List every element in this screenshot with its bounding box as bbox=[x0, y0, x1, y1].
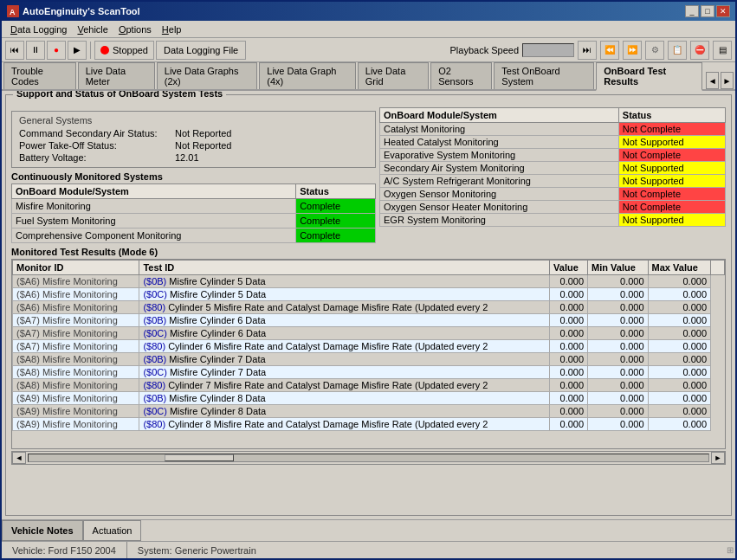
menu-help[interactable]: Help bbox=[157, 23, 187, 36]
monitored-table-wrap[interactable]: Monitor ID Test ID Value Min Value Max V… bbox=[11, 259, 726, 449]
toolbar-icon-4[interactable]: ⚙ bbox=[645, 41, 664, 60]
toolbar-icon-2[interactable]: ⏪ bbox=[600, 41, 619, 60]
toolbar-icon-6[interactable]: ▤ bbox=[713, 41, 732, 60]
hscroll-track[interactable] bbox=[28, 454, 709, 462]
toolbar-play[interactable]: ▶ bbox=[68, 41, 87, 60]
mon-cell-monitor-id: ($A7) Misfire Monitoring bbox=[13, 327, 139, 340]
tab-live-data-graphs-2x[interactable]: Live Data Graphs (2x) bbox=[157, 62, 258, 89]
mon-cell-max: 0.000 bbox=[648, 288, 710, 301]
mon-cell-min: 0.000 bbox=[588, 366, 649, 379]
cont-row-1: Misfire Monitoring Complete bbox=[12, 199, 376, 214]
tab-test-onboard[interactable]: Test OnBoard System bbox=[494, 62, 594, 89]
ob-row-7: Oxygen Sensor Heater Monitoring Not Comp… bbox=[380, 201, 726, 214]
mon-cell-monitor-id: ($A9) Misfire Monitoring bbox=[13, 392, 139, 405]
toolbar-icon-5[interactable]: 📋 bbox=[668, 41, 687, 60]
mon-cell-min: 0.000 bbox=[588, 340, 649, 353]
monitored-row: ($A9) Misfire Monitoring ($80) Cylinder … bbox=[13, 418, 725, 431]
mon-cell-max: 0.000 bbox=[648, 275, 710, 288]
toolbar-icon-1[interactable]: ⏭ bbox=[578, 41, 597, 60]
toolbar-record[interactable]: ● bbox=[47, 41, 66, 60]
maximize-button[interactable]: □ bbox=[701, 5, 714, 17]
monitored-row: ($A7) Misfire Monitoring ($80) Cylinder … bbox=[13, 340, 725, 353]
mon-header-max: Max Value bbox=[648, 261, 710, 275]
ob-row-2: Heated Catalyst Monitoring Not Supported bbox=[380, 136, 726, 149]
mon-cell-monitor-id: ($A6) Misfire Monitoring bbox=[13, 288, 139, 301]
hscroll-left-arrow[interactable]: ◄ bbox=[12, 452, 26, 464]
toolbar-btn-2[interactable]: ⏸ bbox=[26, 41, 45, 60]
monitored-row: ($A9) Misfire Monitoring ($0B) Misfire C… bbox=[13, 392, 725, 405]
mon-cell-value: 0.000 bbox=[550, 405, 588, 418]
tab-trouble-codes[interactable]: Trouble Codes bbox=[3, 62, 76, 89]
ob-row-6: Oxygen Sensor Monitoring Not Complete bbox=[380, 188, 726, 201]
menu-vehicle[interactable]: Vehicle bbox=[72, 23, 113, 36]
field-value-pto: Not Reported bbox=[175, 140, 231, 151]
toolbar-btn-1[interactable]: ⏮ bbox=[5, 41, 24, 60]
toolbar-icon-3[interactable]: ⏩ bbox=[623, 41, 642, 60]
close-button[interactable]: ✕ bbox=[716, 5, 730, 17]
mon-cell-min: 0.000 bbox=[588, 418, 649, 431]
monitored-table: Monitor ID Test ID Value Min Value Max V… bbox=[12, 260, 725, 431]
stop-dot bbox=[100, 46, 109, 55]
toolbar-stop-red[interactable]: ⛔ bbox=[690, 41, 709, 60]
data-logging-file[interactable]: Data Logging File bbox=[156, 41, 246, 60]
playback-slider[interactable] bbox=[522, 43, 574, 57]
tab-onboard-results[interactable]: OnBoard Test Results bbox=[596, 62, 702, 91]
mon-cell-test-id: ($0B) Misfire Cylinder 8 Data bbox=[139, 392, 550, 405]
mon-cell-max: 0.000 bbox=[648, 340, 710, 353]
mon-header-min: Min Value bbox=[588, 261, 649, 275]
ob-module-3: Evaporative System Monitoring bbox=[380, 149, 619, 162]
monitored-row: ($A7) Misfire Monitoring ($0C) Misfire C… bbox=[13, 327, 725, 340]
tab-live-data-grid[interactable]: Live Data Grid bbox=[358, 62, 429, 89]
horizontal-scrollbar[interactable]: ◄ ► bbox=[11, 451, 726, 465]
mon-cell-test-id: ($0C) Misfire Cylinder 8 Data bbox=[139, 405, 550, 418]
ob-row-8: EGR System Monitoring Not Supported bbox=[380, 214, 726, 227]
mon-cell-test-id: ($0C) Misfire Cylinder 6 Data bbox=[139, 327, 550, 340]
tab-arrow-left[interactable]: ◄ bbox=[706, 72, 719, 89]
cont-row-2: Fuel System Monitoring Complete bbox=[12, 214, 376, 229]
tab-o2-sensors[interactable]: O2 Sensors bbox=[430, 62, 492, 89]
mon-cell-monitor-id: ($A6) Misfire Monitoring bbox=[13, 301, 139, 314]
status-tab-actuation[interactable]: Actuation bbox=[83, 520, 142, 541]
monitored-row: ($A8) Misfire Monitoring ($80) Cylinder … bbox=[13, 379, 725, 392]
mon-cell-monitor-id: ($A8) Misfire Monitoring bbox=[13, 379, 139, 392]
menu-bar: Data Logging Vehicle Options Help bbox=[2, 21, 735, 38]
menu-data-logging[interactable]: Data Logging bbox=[5, 23, 72, 36]
ob-status-7: Not Complete bbox=[618, 201, 725, 214]
mon-cell-test-id: ($80) Cylinder 7 Misfire Rate and Cataly… bbox=[139, 379, 550, 392]
mon-cell-test-id: ($80) Cylinder 5 Misfire Rate and Cataly… bbox=[139, 301, 550, 314]
status-tab-vehicle-notes[interactable]: Vehicle Notes bbox=[2, 520, 83, 541]
tab-live-data-meter[interactable]: Live Data Meter bbox=[78, 62, 155, 89]
ob-module-7: Oxygen Sensor Heater Monitoring bbox=[380, 201, 619, 214]
gen-systems-title: General Systems bbox=[19, 115, 368, 126]
ob-module-4: Secondary Air System Monitoring bbox=[380, 162, 619, 175]
ob-status-4: Not Supported bbox=[618, 162, 725, 175]
mon-cell-min: 0.000 bbox=[588, 392, 649, 405]
monitored-row: ($A6) Misfire Monitoring ($0B) Misfire C… bbox=[13, 275, 725, 288]
left-column: General Systems Command Secondary Air St… bbox=[11, 107, 376, 243]
mon-cell-test-id: ($0B) Misfire Cylinder 7 Data bbox=[139, 353, 550, 366]
monitored-row: ($A8) Misfire Monitoring ($0C) Misfire C… bbox=[13, 366, 725, 379]
monitored-row: ($A7) Misfire Monitoring ($0B) Misfire C… bbox=[13, 314, 725, 327]
menu-options[interactable]: Options bbox=[113, 23, 157, 36]
mon-cell-test-id: ($0B) Misfire Cylinder 6 Data bbox=[139, 314, 550, 327]
tab-arrow-right[interactable]: ► bbox=[721, 72, 734, 89]
field-row-pto: Power Take-Off Status: Not Reported bbox=[19, 139, 368, 151]
general-systems-box: General Systems Command Secondary Air St… bbox=[11, 111, 376, 168]
resize-grip[interactable]: ⊞ bbox=[723, 544, 735, 557]
monitored-title: Monitored Test Results (Mode 6) bbox=[11, 247, 726, 257]
playback-area: Playback Speed ⏭ ⏪ ⏩ ⚙ 📋 ⛔ ▤ bbox=[450, 41, 733, 60]
monitored-section: Monitored Test Results (Mode 6) Monitor … bbox=[11, 247, 726, 449]
ob-row-4: Secondary Air System Monitoring Not Supp… bbox=[380, 162, 726, 175]
hscroll-right-arrow[interactable]: ► bbox=[711, 452, 725, 464]
hscroll-thumb[interactable] bbox=[165, 454, 234, 461]
mon-cell-test-id: ($0C) Misfire Cylinder 5 Data bbox=[139, 288, 550, 301]
title-bar-left: A AutoEnginuity's ScanTool bbox=[7, 5, 140, 17]
ob-status-8: Not Supported bbox=[618, 214, 725, 227]
tab-live-data-graph-4x[interactable]: Live Data Graph (4x) bbox=[259, 62, 355, 89]
mon-cell-test-id: ($80) Cylinder 8 Misfire Rate and Cataly… bbox=[139, 418, 550, 431]
mon-cell-max: 0.000 bbox=[648, 418, 710, 431]
cont-cell-module-3: Comprehensive Component Monitoring bbox=[12, 229, 296, 243]
mon-cell-monitor-id: ($A8) Misfire Monitoring bbox=[13, 353, 139, 366]
minimize-button[interactable]: _ bbox=[685, 5, 699, 17]
field-row-batt: Battery Voltage: 12.01 bbox=[19, 151, 368, 164]
